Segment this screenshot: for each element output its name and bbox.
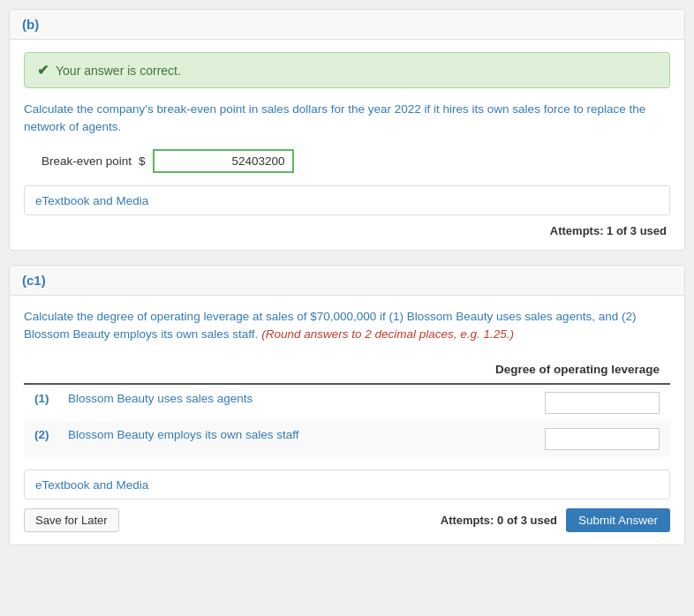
row2-input-cell — [411, 421, 670, 457]
section-c1-header: (c1) — [10, 266, 684, 296]
section-b-attempts-text: Attempts: 1 of 3 used — [550, 224, 667, 237]
section-c1-label: (c1) — [22, 273, 46, 288]
section-c1-etextbook-link[interactable]: eTextbook and Media — [35, 478, 148, 492]
success-banner: ✔ Your answer is correct. — [24, 52, 670, 88]
section-c1-etextbook-bar: eTextbook and Media — [24, 470, 670, 500]
row2-num: (2) — [34, 428, 59, 441]
section-b-panel: (b) ✔ Your answer is correct. Calculate … — [9, 9, 685, 251]
save-later-button[interactable]: Save for Later — [24, 508, 119, 532]
table-row: (2) Blossom Beauty employs its own sales… — [24, 421, 670, 457]
section-b-body: ✔ Your answer is correct. Calculate the … — [10, 40, 684, 250]
section-c1-panel: (c1) Calculate the degree of operating l… — [9, 265, 685, 546]
break-even-input[interactable] — [153, 149, 294, 173]
row2-input[interactable] — [545, 428, 660, 450]
page-wrapper: (b) ✔ Your answer is correct. Calculate … — [0, 0, 694, 616]
section-b-header: (b) — [10, 10, 684, 40]
bottom-action-row: Save for Later Attempts: 0 of 3 used Sub… — [24, 508, 670, 532]
table-row: (1) Blossom Beauty uses sales agents — [24, 384, 670, 421]
break-even-row: Break-even point $ — [41, 149, 670, 173]
break-even-label: Break-even point — [41, 154, 132, 168]
section-c1-attempts-text: Attempts: 0 of 3 used — [441, 514, 557, 527]
leverage-table: Degree of operating leverage (1) Blossom… — [24, 356, 670, 457]
section-c1-body: Calculate the degree of operating levera… — [10, 296, 684, 545]
section-b-attempts: Attempts: 1 of 3 used — [24, 224, 670, 237]
row1-input-cell — [411, 384, 670, 421]
row1-cell-label: (1) Blossom Beauty uses sales agents — [24, 385, 411, 412]
row2-cell-label: (2) Blossom Beauty employs its own sales… — [24, 421, 411, 448]
table-header-leverage: Degree of operating leverage — [411, 356, 670, 384]
section-b-question: Calculate the company's break-even point… — [24, 101, 670, 137]
section-c1-question-red-text: (Round answers to 2 decimal places, e.g.… — [261, 327, 514, 341]
right-actions: Attempts: 0 of 3 used Submit Answer — [441, 508, 670, 532]
row1-input[interactable] — [545, 392, 660, 414]
section-b-etextbook-bar: eTextbook and Media — [24, 185, 670, 215]
section-b-label: (b) — [22, 17, 39, 32]
check-icon: ✔ — [37, 62, 49, 79]
section-c1-question: Calculate the degree of operating levera… — [24, 308, 670, 344]
row2-label: Blossom Beauty employs its own sales sta… — [68, 428, 299, 441]
section-b-etextbook-link[interactable]: eTextbook and Media — [35, 194, 148, 207]
submit-answer-button[interactable]: Submit Answer — [566, 508, 670, 532]
success-message: Your answer is correct. — [56, 64, 181, 78]
dollar-sign: $ — [139, 154, 146, 168]
section-b-question-text: Calculate the company's break-even point… — [24, 102, 645, 133]
table-header-empty — [24, 356, 411, 384]
row1-label: Blossom Beauty uses sales agents — [68, 392, 253, 405]
row1-num: (1) — [34, 392, 59, 405]
